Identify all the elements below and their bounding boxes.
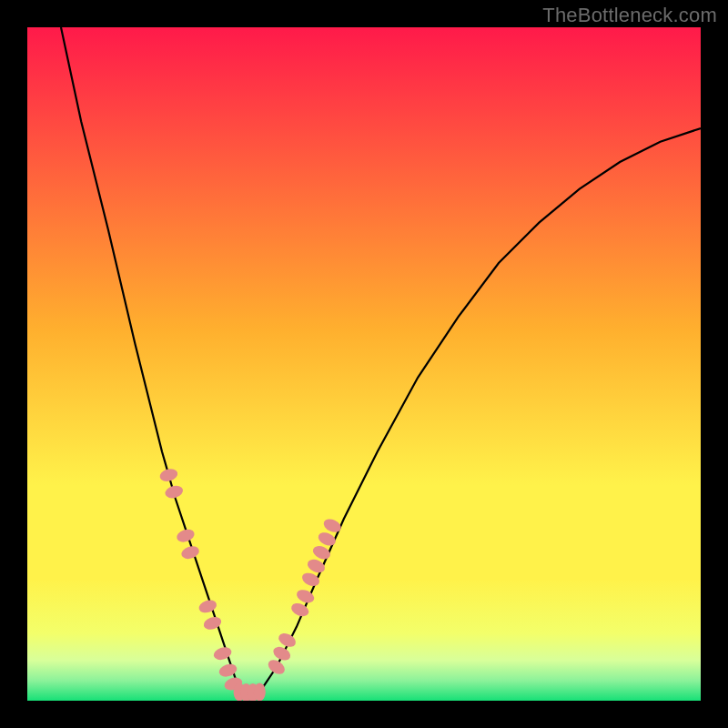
gradient-background <box>27 27 701 701</box>
chart-frame: TheBottleneck.com <box>0 0 728 728</box>
plot-area <box>27 27 701 701</box>
bead <box>254 682 266 701</box>
chart-svg <box>27 27 701 701</box>
watermark-text: TheBottleneck.com <box>542 4 717 27</box>
